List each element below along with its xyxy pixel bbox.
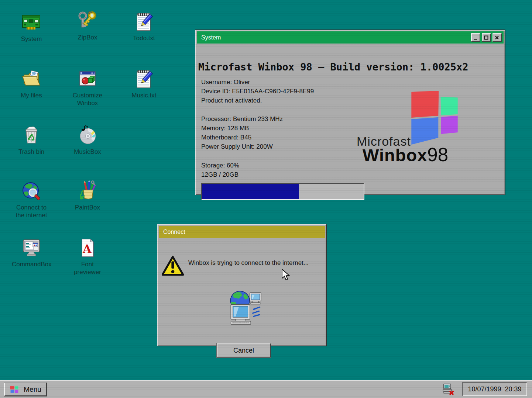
maximize-button[interactable] — [482, 33, 491, 42]
notepad-pen-icon — [133, 11, 155, 32]
device-id-line: Device ID: E5E015AA-C96D-42F9-8E99 — [201, 87, 314, 96]
psu-line: Power Supply Unit: 200W — [201, 142, 283, 151]
font-a-page-icon: A — [77, 237, 98, 259]
system-heading: Microfast Winbox 98 – Build version: 1.0… — [198, 61, 468, 73]
taskbar-clock[interactable]: 10/07/1999 20:39 — [462, 382, 527, 396]
clock-text: 10/07/1999 20:39 — [468, 385, 521, 393]
icon-label: Music.txt — [131, 91, 156, 99]
storage-detail-line: 12GB / 20GB — [201, 170, 239, 179]
close-button[interactable] — [492, 33, 502, 42]
storage-progress-fill — [202, 184, 299, 199]
username-line: Username: Oliver — [201, 77, 314, 87]
keys-icon — [77, 10, 98, 32]
circuit-card-icon — [21, 12, 42, 33]
icon-label: Customize Winbox — [68, 91, 107, 107]
desktop-icon-zipbox[interactable]: ZipBox — [65, 10, 110, 41]
system-window-title: System — [201, 34, 221, 41]
connect-message: Winbox is trying to connect to the inter… — [188, 258, 312, 268]
menu-flag-icon — [10, 385, 20, 394]
motherboard-line: Motherboard: B45 — [201, 133, 283, 142]
icon-label: Font previewer — [68, 260, 107, 276]
trash-recycle-icon — [21, 125, 42, 146]
system-window-titlebar[interactable]: System — [197, 31, 504, 44]
desktop-icon-connect-internet[interactable]: Connect to the internet — [9, 180, 54, 219]
paint-cup-icon — [77, 180, 98, 202]
network-offline-icon[interactable] — [441, 384, 454, 395]
storage-progress-bar — [201, 183, 364, 200]
cd-note-icon — [77, 125, 98, 146]
logo-winbox-bold: Winbox — [363, 145, 427, 165]
warning-icon — [162, 256, 184, 276]
desktop-icon-customize-winbox[interactable]: Customize Winbox — [65, 68, 110, 107]
desktop-icon-music-txt[interactable]: Music.txt — [122, 68, 166, 99]
window-shapes-icon — [77, 68, 98, 90]
icon-label: CommandBox — [12, 260, 51, 268]
connect-dialog-titlebar[interactable]: Connect — [159, 226, 325, 238]
icon-label: My files — [21, 91, 42, 99]
winbox-flag-logo — [410, 91, 459, 145]
storage-info: Storage: 60% 12GB / 20GB — [201, 161, 239, 179]
icon-label: Todo.txt — [133, 34, 155, 42]
close-icon — [495, 35, 500, 40]
menu-button-label: Menu — [24, 385, 41, 394]
cancel-button-label: Cancel — [233, 347, 254, 354]
processor-line: Processor: Bentium 233 MHz — [201, 114, 283, 124]
connect-dialog: Connect Winbox is trying to connect to t… — [157, 224, 327, 346]
menu-button[interactable]: Menu — [4, 383, 47, 396]
logo-winbox-number: 98 — [427, 144, 448, 165]
desktop-icon-system[interactable]: System — [9, 12, 54, 43]
desktop-icon-font-previewer[interactable]: A Font previewer — [65, 237, 110, 276]
globe-computers-icon — [225, 290, 265, 327]
svg-text:A: A — [82, 242, 92, 255]
desktop-icon-todo-txt[interactable]: Todo.txt — [122, 11, 166, 42]
desktop-icon-trash-bin[interactable]: Trash bin — [9, 125, 54, 156]
desktop-icon-musicbox[interactable]: MusicBox — [65, 125, 110, 156]
minimize-button[interactable] — [471, 33, 480, 42]
minimize-icon — [473, 35, 478, 40]
globe-magnifier-icon — [21, 180, 42, 202]
icon-label: MusicBox — [74, 148, 101, 156]
memory-line: Memory: 128 MB — [201, 124, 283, 133]
account-info: Username: Oliver Device ID: E5E015AA-C96… — [201, 77, 314, 105]
desktop-icon-paintbox[interactable]: PaintBox — [65, 180, 110, 211]
desktop-icon-my-files[interactable]: My files — [9, 68, 54, 99]
icon-label: Connect to the internet — [12, 204, 51, 219]
notepad-pen-icon — [133, 68, 155, 90]
cancel-button[interactable]: Cancel — [217, 343, 271, 357]
warning-icon-wrap — [162, 256, 184, 278]
storage-percent-line: Storage: 60% — [201, 161, 239, 170]
taskbar: Menu 10/07/1999 20:39 — [0, 380, 532, 398]
globe-computers-icon-wrap — [225, 290, 265, 329]
activation-line: Product not activated. — [201, 96, 314, 105]
icon-label: System — [21, 35, 42, 43]
desktop: System My files Trash bin — [0, 0, 532, 398]
system-window-content: Microfast Winbox 98 – Build version: 1.0… — [197, 44, 504, 193]
open-folder-icon — [21, 68, 42, 90]
icon-label: PaintBox — [75, 204, 100, 211]
connect-dialog-content: Winbox is trying to connect to the inter… — [159, 238, 325, 345]
cursor-icon — [281, 269, 292, 281]
connect-dialog-title: Connect — [163, 229, 185, 235]
icon-label: ZipBox — [78, 34, 97, 41]
desktop-icon-commandbox[interactable]: CommandBox — [9, 237, 54, 268]
system-window: System Microfast Winbox 98 – Build versi… — [195, 30, 505, 195]
terminal-monitor-icon — [21, 237, 42, 259]
maximize-icon — [484, 35, 489, 40]
hardware-info: Processor: Bentium 233 MHz Memory: 128 M… — [201, 114, 283, 151]
logo-winbox-text: Winbox98 — [363, 144, 448, 166]
icon-label: Trash bin — [18, 148, 44, 156]
